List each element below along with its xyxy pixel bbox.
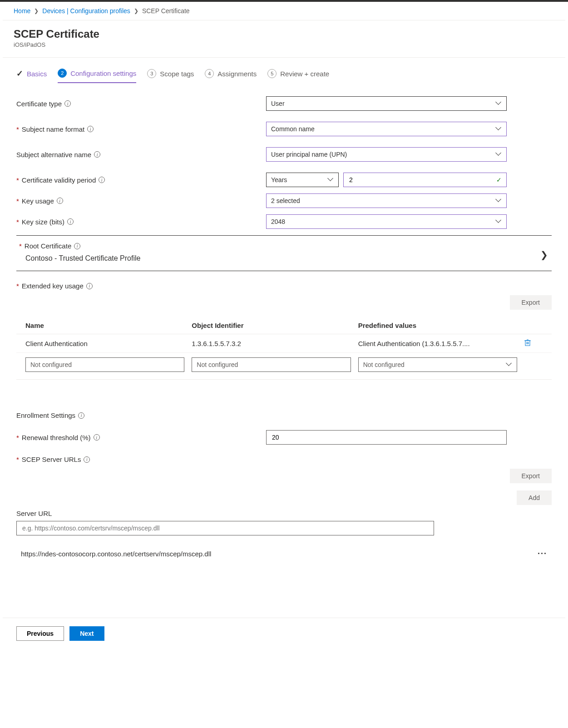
previous-button[interactable]: Previous <box>16 626 64 641</box>
wizard-steps: ✓ Basics 2 Configuration settings 3 Scop… <box>16 69 552 84</box>
chevron-down-icon <box>496 219 502 224</box>
delete-button[interactable] <box>524 339 543 348</box>
breadcrumb-devices[interactable]: Devices | Configuration profiles <box>42 7 130 15</box>
step-basics[interactable]: ✓ Basics <box>16 69 47 83</box>
renewal-threshold-label: Renewal threshold (%) <box>22 434 91 441</box>
step-badge: 5 <box>267 69 277 78</box>
step-label: Configuration settings <box>70 69 136 77</box>
eku-oid-input[interactable]: Not configured <box>192 357 351 372</box>
chevron-down-icon <box>496 101 502 106</box>
validity-value-field[interactable] <box>348 176 496 184</box>
required-indicator: * <box>16 125 19 133</box>
key-size-dropdown[interactable]: 2048 <box>266 214 507 229</box>
chevron-down-icon <box>496 152 502 157</box>
dropdown-value: User <box>271 100 285 107</box>
required-indicator: * <box>19 242 22 250</box>
eku-col-oid: Object Identifier <box>192 322 351 329</box>
breadcrumb: Home ❯ Devices | Configuration profiles … <box>0 2 568 20</box>
info-icon[interactable]: i <box>78 412 84 419</box>
check-icon: ✓ <box>496 176 502 183</box>
server-url-input[interactable] <box>16 521 434 535</box>
server-url-label: Server URL <box>16 510 552 517</box>
eku-oid: 1.3.6.1.5.5.7.3.2 <box>192 340 351 347</box>
server-url-item: https://ndes-contosocorp.contoso.net/cer… <box>16 535 552 563</box>
key-size-label: Key size (bits) <box>22 218 64 226</box>
close-button[interactable] <box>566 28 568 40</box>
key-usage-dropdown[interactable]: 2 selected <box>266 193 507 208</box>
export-urls-button[interactable]: Export <box>510 469 552 483</box>
info-icon[interactable]: i <box>87 126 94 132</box>
dropdown-value: Common name <box>271 125 315 133</box>
chevron-down-icon <box>328 177 334 183</box>
required-indicator: * <box>16 218 19 226</box>
more-button[interactable]: ··· <box>538 549 547 559</box>
validity-unit-dropdown[interactable]: Years <box>266 173 339 187</box>
page-subtitle: iOS/iPadOS <box>14 41 99 48</box>
san-dropdown[interactable]: User principal name (UPN) <box>266 147 507 162</box>
validity-value-input[interactable]: ✓ <box>343 173 507 187</box>
info-icon[interactable]: i <box>84 456 90 463</box>
server-url-value: https://ndes-contosocorp.contoso.net/cer… <box>21 550 211 558</box>
required-indicator: * <box>16 282 19 290</box>
server-url-field[interactable] <box>21 524 429 532</box>
san-label: Subject alternative name <box>16 151 91 158</box>
export-button[interactable]: Export <box>510 295 552 310</box>
chevron-right-icon: ❯ <box>34 8 39 14</box>
dropdown-value: User principal name (UPN) <box>271 151 347 158</box>
trash-icon <box>524 339 531 346</box>
dropdown-value: 2 selected <box>271 197 300 204</box>
chevron-down-icon <box>507 362 512 367</box>
required-indicator: * <box>16 176 19 184</box>
step-badge: 4 <box>205 69 214 78</box>
breadcrumb-home[interactable]: Home <box>14 7 30 15</box>
page-title: SCEP Certificate <box>14 28 99 40</box>
required-indicator: * <box>16 197 19 205</box>
eku-row: Client Authentication 1.3.6.1.5.5.7.3.2 … <box>16 334 552 353</box>
chevron-right-icon[interactable]: ❯ <box>540 249 548 260</box>
step-badge: 3 <box>147 69 156 78</box>
info-icon[interactable]: i <box>57 198 63 204</box>
chevron-down-icon <box>496 198 502 203</box>
step-configuration-settings[interactable]: 2 Configuration settings <box>58 69 136 83</box>
certificate-type-label: Certificate type <box>16 100 62 108</box>
key-usage-label: Key usage <box>22 197 54 205</box>
eku-label: Extended key usage <box>22 282 84 290</box>
root-certificate-value: Contoso - Trusted Certificate Profile <box>16 254 552 262</box>
root-certificate-label: Root Certificate <box>25 242 71 250</box>
eku-new-row: Not configured Not configured Not config… <box>16 353 552 380</box>
step-scope-tags[interactable]: 3 Scope tags <box>147 69 194 83</box>
required-indicator: * <box>16 434 19 441</box>
info-icon[interactable]: i <box>64 100 71 107</box>
info-icon[interactable]: i <box>94 434 100 441</box>
eku-name: Client Authentication <box>25 340 184 347</box>
eku-col-name: Name <box>25 322 184 329</box>
eku-name-input[interactable]: Not configured <box>25 357 184 372</box>
certificate-type-dropdown[interactable]: User <box>266 96 507 111</box>
info-icon[interactable]: i <box>86 283 93 289</box>
step-label: Basics <box>27 70 47 78</box>
root-certificate-section[interactable]: * Root Certificate i Contoso - Trusted C… <box>16 235 552 271</box>
info-icon[interactable]: i <box>99 177 105 183</box>
info-icon[interactable]: i <box>94 151 100 158</box>
step-label: Assignments <box>217 70 257 78</box>
add-url-button[interactable]: Add <box>517 490 552 505</box>
renewal-threshold-input[interactable] <box>271 433 502 441</box>
chevron-right-icon: ❯ <box>134 8 138 14</box>
next-button[interactable]: Next <box>69 626 104 641</box>
subject-name-format-dropdown[interactable]: Common name <box>266 122 507 136</box>
dropdown-value: Years <box>271 176 287 183</box>
step-label: Review + create <box>280 70 329 78</box>
step-assignments[interactable]: 4 Assignments <box>205 69 257 83</box>
info-icon[interactable]: i <box>74 243 80 249</box>
eku-col-predefined: Predefined values <box>358 322 517 329</box>
required-indicator: * <box>16 456 19 463</box>
step-review-create[interactable]: 5 Review + create <box>267 69 329 83</box>
breadcrumb-current: SCEP Certificate <box>142 7 190 15</box>
dropdown-value: Not configured <box>363 361 405 368</box>
step-label: Scope tags <box>160 70 194 78</box>
subject-name-format-label: Subject name format <box>22 125 84 133</box>
eku-predefined-dropdown[interactable]: Not configured <box>358 357 517 372</box>
validity-period-label: Certificate validity period <box>22 176 96 184</box>
scep-server-urls-label: SCEP Server URLs <box>22 456 81 463</box>
info-icon[interactable]: i <box>67 218 74 225</box>
